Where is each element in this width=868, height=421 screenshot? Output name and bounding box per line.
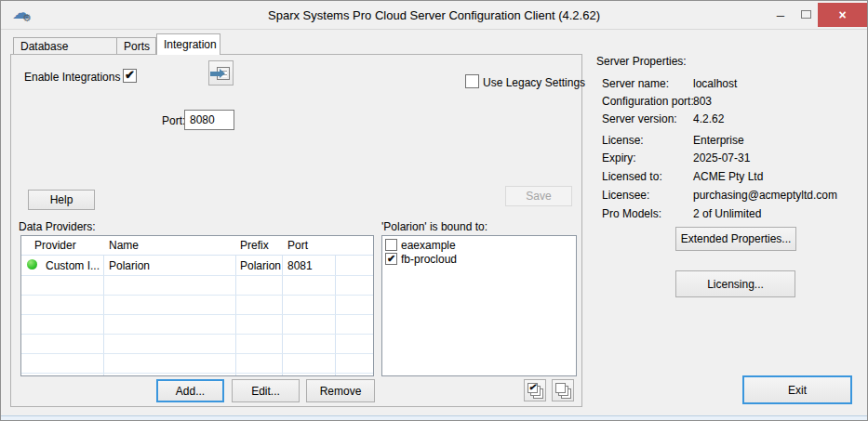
licensing-label: Licensing... [707, 278, 764, 291]
help-label: Help [50, 193, 73, 206]
use-legacy-settings-checkbox[interactable] [465, 74, 479, 88]
prop-server-version: Server version: 4.2.62 [602, 112, 862, 125]
exit-label: Exit [788, 384, 807, 397]
prop-licensee: Licensee: purchasing@acmeptyltd.com [602, 189, 862, 202]
add-label: Add... [176, 385, 205, 398]
check-all-button[interactable] [524, 379, 546, 401]
data-providers-table[interactable]: Provider Name Prefix Port Custom I... Po… [20, 235, 374, 376]
data-providers-label: Data Providers: [19, 220, 96, 233]
column-name: Name [109, 239, 139, 252]
titlebar: ☁ ⚙ Sparx Systems Pro Cloud Server Confi… [1, 1, 867, 30]
eaexample-checkbox[interactable] [385, 239, 397, 251]
table-header[interactable]: Provider Name Prefix Port [21, 236, 373, 256]
tab-database-managers[interactable]: Database Managers [13, 37, 117, 55]
save-button[interactable]: Save [505, 186, 572, 206]
help-button[interactable]: Help [28, 190, 95, 210]
edit-label: Edit... [251, 385, 280, 398]
list-item-label: eaexample [401, 239, 456, 252]
close-icon: × [838, 7, 846, 22]
column-port: Port [287, 239, 308, 252]
check-all-icon [527, 383, 543, 399]
exit-button[interactable]: Exit [742, 375, 852, 404]
import-arrow-icon [210, 72, 220, 76]
prop-license: License: Enterprise [602, 134, 862, 147]
prop-configuration-port: Configuration port: 803 [602, 95, 862, 108]
tab-label: Ports [124, 40, 150, 53]
remove-button[interactable]: Remove [306, 379, 375, 402]
integration-panel: Enable Integrations Use Legacy Settings … [10, 54, 582, 407]
bound-to-label: 'Polarion' is bound to: [381, 220, 487, 233]
extended-properties-label: Extended Properties... [681, 232, 792, 245]
remove-label: Remove [320, 385, 362, 398]
window-title: Sparx Systems Pro Cloud Server Configura… [1, 8, 867, 22]
bound-to-listbox[interactable]: eaexample fb-procloud [381, 235, 577, 376]
fb-procloud-checkbox[interactable] [385, 253, 397, 265]
provider-status-icon [27, 259, 37, 270]
edit-button[interactable]: Edit... [232, 379, 300, 402]
import-settings-button[interactable] [208, 60, 234, 86]
port-label: Port: [162, 114, 185, 127]
enable-integrations-label: Enable Integrations [24, 71, 120, 84]
minimize-button[interactable]: – [768, 1, 794, 27]
column-prefix: Prefix [240, 239, 269, 252]
maximize-icon [801, 10, 811, 19]
cell-name: Polarion [109, 259, 150, 272]
server-properties-heading: Server Properties: [596, 55, 687, 68]
column-provider: Provider [34, 239, 76, 252]
prop-pro-models: Pro Models: 2 of Unlimited [602, 207, 862, 220]
list-item-label: fb-procloud [401, 253, 457, 266]
table-row[interactable]: Custom I... Polarion Polarion 8081 [21, 257, 373, 275]
use-legacy-settings-label: Use Legacy Settings [483, 76, 585, 89]
cell-prefix: Polarion [240, 259, 281, 272]
save-label: Save [526, 190, 551, 203]
window-bottom-frame [1, 415, 867, 420]
extended-properties-button[interactable]: Extended Properties... [675, 227, 796, 251]
prop-expiry: Expiry: 2025-07-31 [602, 151, 862, 164]
cell-provider: Custom I... [46, 259, 100, 272]
tab-integration[interactable]: Integration [156, 33, 220, 55]
maximize-button[interactable] [794, 1, 818, 27]
tab-label: Integration [164, 38, 217, 51]
close-button[interactable]: × [818, 3, 867, 27]
tab-ports[interactable]: Ports [116, 37, 156, 55]
prop-licensed-to: Licensed to: ACME Pty Ltd [602, 170, 862, 183]
port-input[interactable] [184, 110, 234, 130]
app-window: ☁ ⚙ Sparx Systems Pro Cloud Server Confi… [0, 0, 868, 421]
uncheck-all-icon [555, 383, 571, 399]
cell-port: 8081 [287, 259, 313, 272]
minimize-icon: – [777, 7, 784, 22]
prop-server-name: Server name: localhost [602, 77, 862, 90]
add-button[interactable]: Add... [156, 379, 224, 402]
licensing-button[interactable]: Licensing... [675, 270, 795, 297]
enable-integrations-checkbox[interactable] [123, 69, 137, 83]
uncheck-all-button[interactable] [552, 379, 574, 401]
